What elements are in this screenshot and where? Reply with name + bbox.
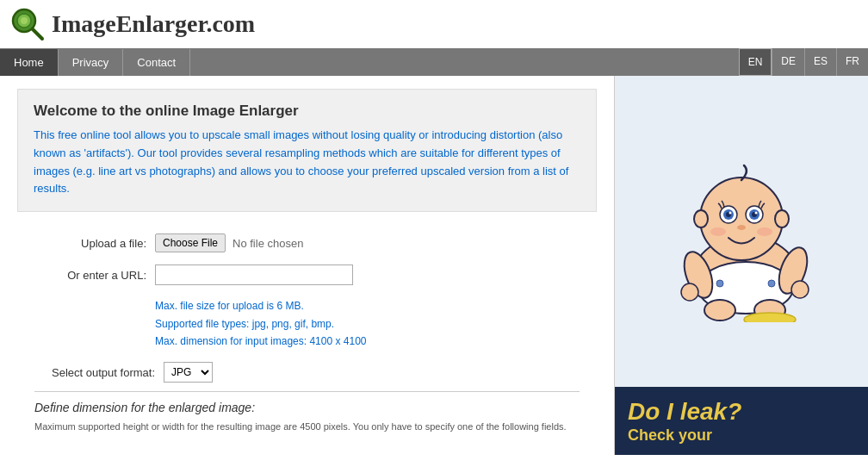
svg-point-10: [729, 211, 732, 214]
svg-point-15: [737, 225, 746, 230]
define-desc: Maximum supported height or width for th…: [34, 420, 580, 434]
choose-file-button[interactable]: Choose File: [155, 233, 226, 252]
format-select[interactable]: JPG PNG GIF BMP: [164, 362, 213, 383]
lang-fr[interactable]: FR: [836, 48, 868, 76]
welcome-box: Welcome to the online Image Enlarger Thi…: [17, 89, 597, 212]
site-title: ImageEnlarger.com: [52, 10, 255, 38]
url-row: Or enter a URL:: [34, 265, 580, 285]
svg-line-3: [33, 29, 42, 39]
magnifier-svg: [10, 7, 45, 41]
svg-point-17: [757, 227, 772, 236]
format-label: Select output format:: [34, 366, 164, 379]
define-title: Define dimension for the enlarged image:: [34, 401, 580, 414]
svg-point-2: [21, 17, 28, 24]
info-line-1: Max. file size for upload is 6 MB.: [155, 297, 580, 314]
ad-text-large: Do I leak?: [628, 397, 855, 426]
format-row: Select output format: JPG PNG GIF BMP: [34, 362, 580, 383]
svg-point-22: [704, 300, 735, 321]
svg-point-28: [775, 210, 789, 227]
svg-point-21: [791, 281, 809, 298]
ad-image-area: [615, 76, 868, 387]
url-label: Or enter a URL:: [34, 269, 155, 282]
info-line-3: Max. dimension for input images: 4100 x …: [155, 333, 580, 350]
lang-en[interactable]: EN: [739, 48, 772, 76]
svg-point-26: [768, 280, 775, 287]
header: ImageEnlarger.com: [0, 0, 868, 48]
ad-text-area: Do I leak? Check your: [615, 387, 868, 455]
main-nav: Home Privacy Contact EN DE ES FR: [0, 48, 868, 76]
svg-point-24: [744, 313, 796, 322]
svg-point-14: [755, 211, 758, 214]
svg-point-20: [681, 283, 698, 301]
svg-point-16: [710, 227, 726, 236]
svg-point-6: [700, 177, 783, 260]
nav-home[interactable]: Home: [0, 49, 59, 76]
main-layout: Welcome to the online Image Enlarger Thi…: [0, 76, 868, 455]
lang-es[interactable]: ES: [804, 48, 836, 76]
baby-illustration: [642, 141, 840, 322]
welcome-description: This free online tool allows you to upsc…: [34, 127, 580, 198]
upload-row: Upload a file: Choose File No file chose…: [34, 233, 580, 252]
lang-de[interactable]: DE: [772, 48, 804, 76]
form-area: Upload a file: Choose File No file chose…: [17, 229, 597, 439]
right-sidebar: Do I leak? Check your: [614, 76, 868, 455]
url-input[interactable]: [155, 265, 353, 285]
upload-control: Choose File No file chosen: [155, 233, 303, 252]
info-line-2: Supported file types: jpg, png, gif, bmp…: [155, 315, 580, 333]
left-content: Welcome to the online Image Enlarger Thi…: [0, 76, 614, 455]
svg-point-27: [694, 210, 708, 227]
svg-point-25: [716, 280, 723, 287]
upload-label: Upload a file:: [34, 237, 155, 250]
nav-contact[interactable]: Contact: [123, 49, 190, 76]
no-file-text: No file chosen: [232, 237, 303, 250]
nav-privacy[interactable]: Privacy: [59, 49, 124, 76]
logo-icon: [10, 7, 45, 41]
welcome-heading: Welcome to the online Image Enlarger: [34, 103, 580, 120]
ad-text-sub: Check your: [628, 426, 855, 445]
url-control: [155, 265, 353, 285]
info-text: Max. file size for upload is 6 MB. Suppo…: [155, 297, 580, 350]
language-group: EN DE ES FR: [739, 48, 868, 76]
define-section: Define dimension for the enlarged image:…: [34, 391, 580, 434]
